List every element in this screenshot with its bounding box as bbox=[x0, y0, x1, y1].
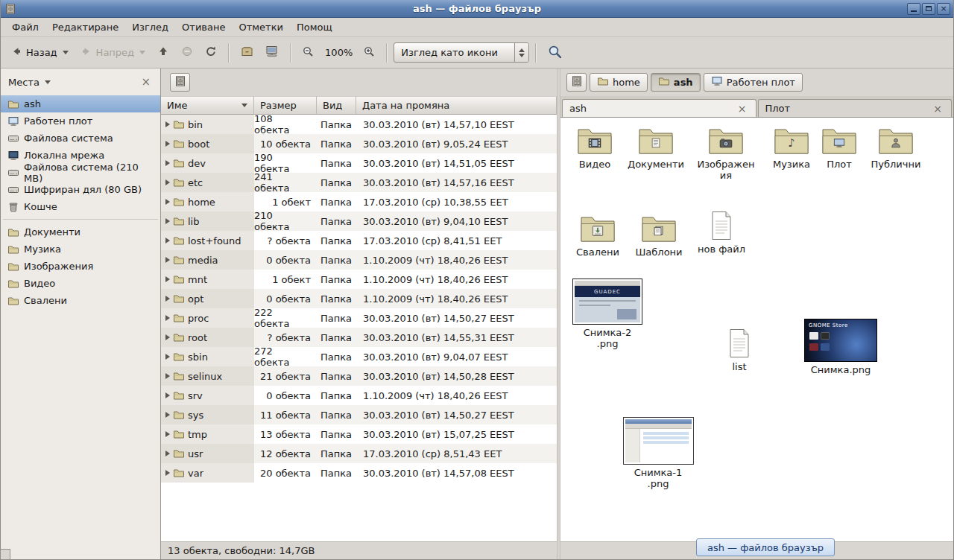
tab-ash[interactable]: ash × bbox=[562, 99, 756, 117]
back-button[interactable]: Назад bbox=[5, 42, 74, 63]
table-row[interactable]: lost+found? обектаПапка17.03.2010 (ср) 8… bbox=[161, 231, 557, 250]
table-row[interactable]: media0 обектаПапка1.10.2009 (чт) 18,40,2… bbox=[161, 250, 557, 270]
table-row[interactable]: tmp13 обектаПапка30.03.2010 (вт) 15,07,2… bbox=[161, 424, 557, 444]
minimize-button[interactable] bbox=[907, 3, 920, 15]
menu-edit[interactable]: Редактиране bbox=[45, 19, 125, 35]
stop-button[interactable] bbox=[176, 42, 198, 63]
pathbar-root-button[interactable] bbox=[170, 73, 190, 92]
sidebar-item[interactable]: Музика bbox=[1, 241, 160, 258]
folder-images-item[interactable]: Изображения bbox=[693, 125, 759, 181]
list-file-item[interactable]: list bbox=[708, 328, 771, 372]
close-button[interactable]: × bbox=[937, 3, 950, 15]
table-row[interactable]: var20 обектаПапка30.03.2010 (вт) 14,57,0… bbox=[161, 463, 557, 483]
home-button[interactable] bbox=[236, 42, 259, 63]
sidebar-item[interactable]: Документи bbox=[1, 223, 160, 241]
table-row[interactable]: dev190 обектаПапка30.03.2010 (вт) 14,51,… bbox=[161, 153, 557, 173]
table-row[interactable]: proc222 обектаПапка30.03.2010 (вт) 14,50… bbox=[161, 308, 557, 328]
spinner-icon[interactable] bbox=[514, 43, 528, 62]
menu-view[interactable]: Изглед bbox=[125, 19, 175, 35]
expander-icon[interactable] bbox=[165, 199, 170, 205]
table-row[interactable]: mnt1 обектПапка1.10.2009 (чт) 18,40,26 E… bbox=[161, 270, 557, 289]
image-file-item[interactable]: Снимка-1.png bbox=[620, 417, 696, 489]
expander-icon[interactable] bbox=[165, 334, 170, 340]
folder-downloads-item[interactable]: Свалени bbox=[566, 213, 629, 258]
sidebar-item[interactable]: Изображения bbox=[1, 258, 160, 275]
expander-icon[interactable] bbox=[165, 238, 170, 244]
expander-icon[interactable] bbox=[165, 373, 170, 379]
table-row[interactable]: usr12 обектаПапка17.03.2010 (ср) 8,51,43… bbox=[161, 444, 557, 463]
expander-icon[interactable] bbox=[165, 276, 170, 282]
table-row[interactable]: root? обектаПапка30.03.2010 (вт) 14,55,3… bbox=[161, 328, 557, 347]
pathbar-root-button[interactable] bbox=[566, 73, 587, 92]
table-row[interactable]: sys11 обектаПапка30.03.2010 (вт) 14,50,2… bbox=[161, 405, 557, 424]
view-mode-select[interactable]: Изглед като икони bbox=[394, 42, 529, 63]
close-tab-icon[interactable]: × bbox=[736, 104, 749, 114]
maximize-button[interactable] bbox=[922, 3, 935, 15]
new-file-item[interactable]: нов файл bbox=[690, 210, 753, 255]
folder-video-item[interactable]: Видео bbox=[563, 125, 626, 170]
table-row[interactable]: boot10 обектаПапка30.03.2010 (вт) 9,05,2… bbox=[161, 134, 557, 153]
sidebar-title[interactable]: Места bbox=[8, 77, 40, 88]
sidebar-item[interactable]: Видео bbox=[1, 275, 160, 292]
column-header-name[interactable]: Име bbox=[161, 96, 254, 115]
table-row[interactable]: sbin272 обектаПапка30.03.2010 (вт) 9,04,… bbox=[161, 347, 557, 366]
folder-desktop-item[interactable]: Плот bbox=[812, 125, 866, 170]
table-row[interactable]: lib210 обектаПапка30.03.2010 (вт) 9,04,1… bbox=[161, 211, 557, 231]
expander-icon[interactable] bbox=[165, 121, 170, 127]
expander-icon[interactable] bbox=[165, 431, 170, 437]
expander-icon[interactable] bbox=[165, 179, 170, 185]
expander-icon[interactable] bbox=[165, 315, 170, 321]
sidebar-item[interactable]: ash bbox=[1, 95, 160, 112]
chevron-down-icon[interactable] bbox=[45, 80, 51, 84]
sidebar-item[interactable]: Файлова система (210 MB) bbox=[1, 164, 160, 181]
pathbar-desktop-button[interactable]: Работен плот bbox=[704, 73, 803, 92]
expander-icon[interactable] bbox=[165, 392, 170, 398]
sidebar-close-button[interactable]: × bbox=[139, 76, 153, 89]
column-header-size[interactable]: Размер bbox=[254, 96, 317, 115]
folder-documents-item[interactable]: Документи bbox=[623, 125, 689, 170]
sidebar-item[interactable]: Шифриран дял (80 GB) bbox=[1, 181, 160, 198]
expander-icon[interactable] bbox=[165, 470, 170, 476]
search-button[interactable] bbox=[543, 41, 567, 65]
folder-public-item[interactable]: Публични bbox=[866, 125, 926, 170]
sidebar-item[interactable]: Работен плот bbox=[1, 112, 160, 130]
expander-icon[interactable] bbox=[165, 218, 170, 224]
icon-view[interactable]: Видео Документи Изображения ♪ Музика Пло… bbox=[560, 118, 953, 541]
expander-icon[interactable] bbox=[165, 412, 170, 418]
taskbar-window-button[interactable]: ash — файлов браузър bbox=[696, 538, 835, 556]
expander-icon[interactable] bbox=[165, 354, 170, 360]
column-header-type[interactable]: Вид bbox=[317, 96, 356, 115]
titlebar[interactable]: ash — файлов браузър × bbox=[1, 0, 953, 18]
up-button[interactable] bbox=[152, 42, 174, 63]
image-file-item[interactable]: GNOME Store Снимка.png bbox=[800, 319, 881, 375]
menu-bookmarks[interactable]: Отметки bbox=[232, 19, 289, 35]
menu-file[interactable]: Файл bbox=[5, 19, 45, 35]
tab-desktop[interactable]: Плот × bbox=[758, 99, 953, 117]
close-tab-icon[interactable]: × bbox=[931, 104, 944, 114]
table-row[interactable]: srv0 обектаПапка1.10.2009 (чт) 18,40,26 … bbox=[161, 386, 557, 405]
table-row[interactable]: etc241 обектаПапка30.03.2010 (вт) 14,57,… bbox=[161, 173, 557, 192]
menu-help[interactable]: Помощ bbox=[290, 19, 339, 35]
folder-templates-item[interactable]: Шаблони bbox=[629, 213, 689, 258]
expander-icon[interactable] bbox=[165, 257, 170, 263]
zoom-in-button[interactable] bbox=[358, 42, 380, 63]
pathbar-home-button[interactable]: home bbox=[590, 73, 648, 92]
pathbar-ash-button[interactable]: ash bbox=[651, 73, 701, 92]
expander-icon[interactable] bbox=[165, 296, 170, 302]
column-header-date[interactable]: Дата на промяна bbox=[356, 96, 557, 115]
zoom-out-button[interactable] bbox=[297, 42, 319, 63]
sidebar-item[interactable]: Свалени bbox=[1, 292, 160, 309]
menu-go[interactable]: Отиване bbox=[175, 19, 232, 35]
image-file-item[interactable]: GUADEC Снимка-2.png bbox=[569, 279, 645, 349]
computer-button[interactable] bbox=[260, 42, 284, 63]
expander-icon[interactable] bbox=[165, 160, 170, 166]
table-row[interactable]: home1 обектПапка17.03.2010 (ср) 10,38,55… bbox=[161, 192, 557, 211]
sidebar-item[interactable]: Кошче bbox=[1, 198, 160, 215]
expander-icon[interactable] bbox=[165, 451, 170, 456]
table-row[interactable]: opt0 обектаПапка1.10.2009 (чт) 18,40,26 … bbox=[161, 289, 557, 308]
forward-button[interactable]: Напред bbox=[75, 42, 151, 63]
sidebar-item[interactable]: Файлова система bbox=[1, 130, 160, 147]
table-row[interactable]: selinux21 обектаПапка30.03.2010 (вт) 14,… bbox=[161, 366, 557, 386]
expander-icon[interactable] bbox=[165, 141, 170, 147]
reload-button[interactable] bbox=[200, 42, 222, 63]
